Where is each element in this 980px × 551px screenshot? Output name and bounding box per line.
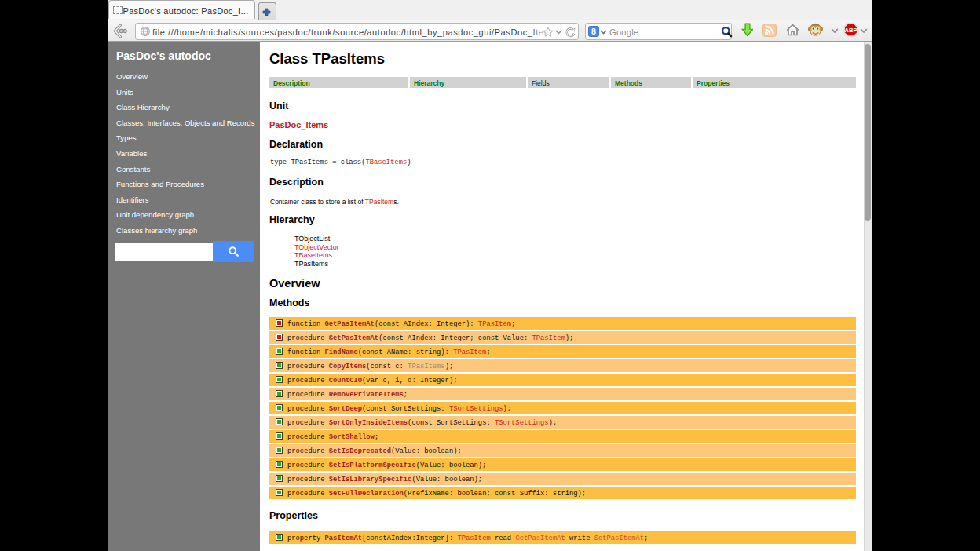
- svg-text:8: 8: [591, 27, 596, 36]
- svg-text:ABP: ABP: [845, 27, 858, 34]
